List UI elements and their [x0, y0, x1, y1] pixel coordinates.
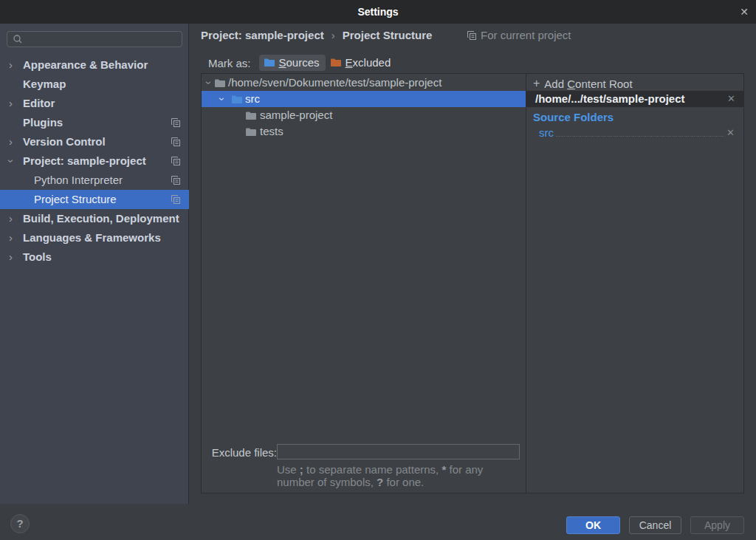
- folder-icon: [245, 110, 257, 121]
- sidebar-item-project-structure[interactable]: Project Structure: [0, 190, 189, 209]
- source-folders-title: Source Folders: [533, 111, 614, 123]
- cancel-button[interactable]: Cancel: [629, 516, 681, 534]
- chevron-right-icon: ›: [9, 209, 13, 228]
- dialog-title: Settings: [0, 0, 756, 24]
- source-folder-icon: [264, 57, 275, 68]
- tree-row-tests[interactable]: tests: [202, 123, 526, 140]
- chevron-right-icon: ›: [9, 94, 13, 113]
- mark-excluded-button[interactable]: Excluded: [327, 55, 397, 71]
- mark-as-label: Mark as:: [208, 57, 251, 69]
- per-project-settings-icon: [171, 175, 181, 185]
- per-project-settings-icon: [171, 117, 181, 128]
- apply-button[interactable]: Apply: [690, 516, 744, 534]
- tree-row-sample-project[interactable]: sample-project: [202, 107, 526, 123]
- mark-sources-button[interactable]: Sources: [259, 55, 326, 71]
- per-project-settings-icon: [171, 137, 181, 147]
- dotted-leader: [556, 136, 724, 137]
- content-root-header[interactable]: /home/.../test/sample-project ✕: [526, 91, 743, 107]
- per-project-settings-icon: [171, 194, 181, 205]
- sidebar-item-languages-frameworks[interactable]: › Languages & Frameworks: [0, 228, 189, 247]
- source-folder-icon: [231, 94, 243, 105]
- search-icon: [13, 34, 23, 44]
- sidebar-item-build-execution-deployment[interactable]: › Build, Execution, Deployment: [0, 209, 189, 228]
- title-bar: Settings ✕: [0, 0, 756, 24]
- help-button[interactable]: ?: [10, 514, 30, 533]
- chevron-right-icon: ›: [9, 55, 13, 75]
- tree-row-src[interactable]: › src: [202, 91, 526, 107]
- remove-source-folder-icon[interactable]: ✕: [726, 126, 735, 140]
- breadcrumb-project[interactable]: Project: sample-project: [201, 29, 324, 41]
- settings-dialog: Settings ✕ › Appearance & Behavior Keyma…: [0, 0, 756, 540]
- breadcrumb: Project: sample-project › Project Struct…: [201, 29, 432, 41]
- sidebar-item-appearance-behavior[interactable]: › Appearance & Behavior: [0, 55, 189, 75]
- excluded-folder-icon: [330, 57, 342, 68]
- mark-as-toolbar: Mark as: Sources Excluded: [208, 54, 396, 72]
- sidebar-item-plugins[interactable]: Plugins: [0, 113, 189, 132]
- project-structure-panel: › /home/sven/Dokumente/test/sample-proje…: [201, 73, 744, 493]
- sidebar-item-keymap[interactable]: Keymap: [0, 75, 189, 94]
- per-project-settings-icon: [467, 30, 477, 41]
- sidebar-item-project[interactable]: › Project: sample-project: [0, 151, 189, 171]
- content-root-path: /home/.../test/sample-project: [535, 91, 685, 107]
- remove-content-root-icon[interactable]: ✕: [727, 91, 735, 107]
- content-root-tree: › /home/sven/Dokumente/test/sample-proje…: [202, 74, 526, 493]
- source-folder-entry[interactable]: src ✕: [539, 126, 735, 140]
- chevron-down-icon[interactable]: ›: [214, 98, 230, 101]
- add-content-root-button[interactable]: + Add Content Root: [533, 77, 633, 90]
- tree-row-content-root[interactable]: › /home/sven/Dokumente/test/sample-proje…: [202, 75, 526, 91]
- settings-sidebar: › Appearance & Behavior Keymap › Editor …: [0, 24, 189, 504]
- ok-button[interactable]: OK: [566, 516, 620, 534]
- per-project-settings-icon: [171, 156, 181, 166]
- sidebar-item-version-control[interactable]: › Version Control: [0, 132, 189, 151]
- close-icon[interactable]: ✕: [740, 0, 749, 24]
- chevron-right-icon: ›: [9, 132, 13, 151]
- chevron-right-icon: ›: [9, 228, 13, 247]
- chevron-down-icon: ›: [1, 160, 21, 163]
- content-root-options: + Add Content Root /home/.../test/sample…: [526, 74, 743, 493]
- exclude-files-input[interactable]: [277, 444, 520, 459]
- chevron-right-icon: ›: [9, 247, 13, 267]
- page-title: Project Structure: [343, 29, 433, 41]
- exclude-files-hint: Use ; to separate name patterns, * for a…: [277, 463, 523, 488]
- context-note: For current project: [467, 29, 571, 41]
- sidebar-item-tools[interactable]: › Tools: [0, 247, 189, 267]
- source-folder-path[interactable]: src: [539, 126, 554, 140]
- sidebar-item-python-interpreter[interactable]: Python Interpreter: [0, 171, 189, 190]
- folder-icon: [245, 126, 257, 137]
- folder-icon: [214, 78, 226, 89]
- breadcrumb-separator: ›: [331, 29, 335, 41]
- search-input[interactable]: [7, 31, 182, 47]
- exclude-files-label: Exclude files:: [207, 446, 277, 459]
- sidebar-item-editor[interactable]: › Editor: [0, 94, 189, 113]
- plus-icon: +: [533, 77, 540, 90]
